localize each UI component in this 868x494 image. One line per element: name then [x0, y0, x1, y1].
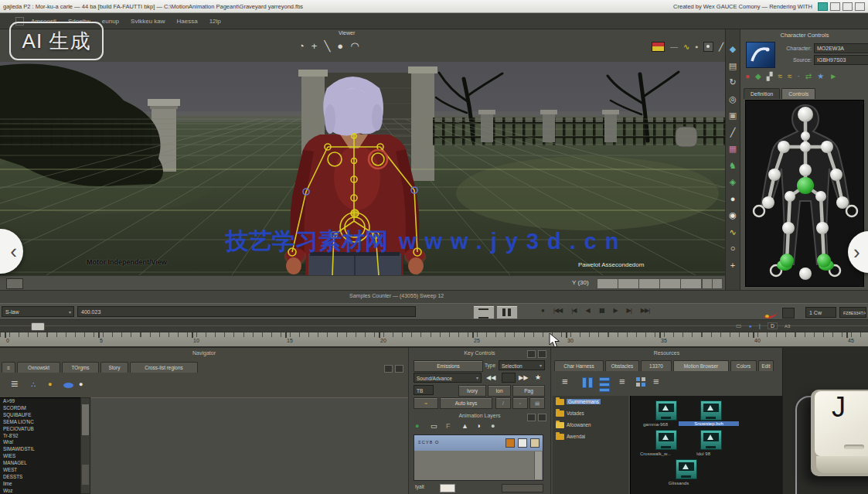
asset-label[interactable]: gamma-968: [635, 422, 676, 427]
record-icon[interactable]: ◎: [729, 95, 737, 104]
clip-field[interactable]: 400.023: [77, 306, 416, 317]
keys2-icon[interactable]: ≈: [788, 72, 792, 80]
frame-field[interactable]: 1 Cw: [805, 307, 836, 318]
blue-dot-icon[interactable]: ●: [749, 323, 752, 329]
navigator-tab-1[interactable]: TOrgms: [62, 362, 99, 373]
wave-icon[interactable]: ∿: [729, 228, 736, 237]
loop-icon[interactable]: [764, 309, 777, 319]
menu-item-4[interactable]: Haessa: [177, 18, 198, 25]
resources-tab-0[interactable]: Char Harness: [554, 360, 604, 371]
tree-item[interactable]: SEMA LIO'NC: [0, 419, 80, 426]
tan-layer-icon[interactable]: [530, 438, 540, 448]
key-count-box[interactable]: [502, 373, 516, 383]
tree-scrollbar[interactable]: [80, 397, 90, 494]
dot-icon[interactable]: ▪: [695, 43, 698, 51]
layers-window-icons[interactable]: [527, 414, 546, 421]
menu-item-2[interactable]: eunup: [102, 18, 119, 25]
yellow-dot-icon[interactable]: ●: [48, 380, 52, 388]
zigzag-key-button[interactable]: ≈: [414, 397, 438, 409]
animation-layer-list[interactable]: ≡CY8 O: [414, 434, 543, 481]
next-key-button[interactable]: ▶|: [627, 307, 631, 314]
green-dot-icon[interactable]: ●: [415, 422, 419, 430]
tree-item[interactable]: MANAGEL: [0, 460, 80, 467]
menu-item-5[interactable]: 12lp: [209, 18, 221, 25]
asset-thumbnail[interactable]: [700, 400, 722, 421]
pill-icon[interactable]: ▭: [431, 422, 437, 430]
layout-toggle-button[interactable]: [473, 305, 495, 319]
snap-icon[interactable]: [703, 42, 713, 52]
ion-button[interactable]: Ion: [488, 385, 511, 397]
circle-icon[interactable]: ○: [730, 244, 736, 253]
close-button[interactable]: [855, 2, 865, 11]
emissions-button[interactable]: Emissions: [414, 360, 483, 372]
type-select[interactable]: Selection ▾: [499, 360, 545, 370]
resources-tab-1[interactable]: Obstacles: [605, 360, 639, 371]
minimize-button[interactable]: [830, 2, 840, 11]
leaf-icon[interactable]: ◆: [755, 72, 761, 80]
material-swatch-icon[interactable]: [652, 42, 665, 52]
menu-item-3[interactable]: Svlkkeu kaw: [131, 18, 165, 25]
tree-item[interactable]: PECIOVATUB: [0, 426, 80, 433]
record-button[interactable]: ●: [541, 307, 544, 314]
maximize-button[interactable]: [842, 2, 853, 11]
horse-icon[interactable]: ♞: [729, 162, 737, 170]
d-button[interactable]: D: [768, 322, 778, 329]
asset-thumbnail[interactable]: [700, 430, 722, 450]
folder-row[interactable]: Gummermans: [553, 396, 628, 407]
mask-tool-icon[interactable]: ◔: [298, 40, 305, 52]
column-view-icon[interactable]: [582, 377, 593, 388]
draw-icon[interactable]: ╱: [719, 43, 723, 51]
viewport-3d[interactable]: Motor Independent/View Pawelot Asseconde…: [0, 62, 725, 275]
white-layer-icon[interactable]: [518, 438, 527, 448]
navigator-tab-0[interactable]: Oxnowskt: [17, 362, 60, 373]
target-icon[interactable]: ◉: [729, 211, 737, 220]
mode-box[interactable]: [782, 308, 795, 319]
layer-count-field[interactable]: [440, 484, 455, 492]
pose-icon[interactable]: ▞: [767, 72, 773, 80]
sphere-tool-icon[interactable]: ●: [337, 40, 343, 52]
tab-icon[interactable]: ≡: [2, 362, 15, 373]
status-segments[interactable]: [597, 278, 702, 289]
auto-keys-button[interactable]: Auto keys: [440, 397, 492, 409]
move-tool-icon[interactable]: +: [311, 40, 318, 52]
go-to-start-button[interactable]: |◀◀: [553, 307, 562, 314]
arc-tool-icon[interactable]: ◠: [350, 40, 359, 52]
gem-icon[interactable]: ◈: [730, 178, 736, 186]
next-key-icon[interactable]: ▶▶: [519, 374, 528, 381]
dual-view-button[interactable]: [496, 305, 518, 319]
pen-tool-icon[interactable]: ╲: [324, 40, 330, 52]
layer-scrollbar[interactable]: [534, 451, 542, 479]
navigator-window-icons[interactable]: [384, 365, 403, 373]
tree-item[interactable]: WEST: [0, 467, 80, 474]
asset-thumbnail[interactable]: [655, 400, 677, 421]
scene-tree[interactable]: A>99 SCORDIM SQUIBAUFE SEMA LIO'NC PECIO…: [0, 397, 81, 494]
step-back-button[interactable]: ◀: [585, 307, 589, 314]
swap-icon[interactable]: ⇄: [805, 72, 812, 80]
navigator-tab-2[interactable]: Story: [100, 362, 128, 373]
asset-thumbnail[interactable]: [676, 459, 697, 479]
star-icon[interactable]: ★: [817, 72, 824, 80]
blue-oval-icon[interactable]: [63, 383, 73, 388]
rotate-icon[interactable]: ↻: [729, 78, 736, 87]
dot2-icon[interactable]: ·: [797, 72, 799, 80]
selected-layer-row[interactable]: ≡CY8 O: [414, 435, 543, 451]
play-icon[interactable]: ►: [829, 72, 837, 80]
pag-button[interactable]: Pag: [512, 385, 545, 397]
record-dot-icon[interactable]: ●: [745, 72, 750, 80]
tree-item[interactable]: SCORDIM: [0, 405, 80, 412]
character-select[interactable]: MO2EW3A: [814, 43, 868, 53]
prev-key-icon[interactable]: ◀◀: [486, 374, 495, 381]
timeline-ruler[interactable]: 0 5 10 15 20 25 30 35 40 45: [0, 332, 868, 346]
list-icon[interactable]: ▤: [729, 62, 737, 70]
tree-item[interactable]: Woz: [0, 488, 80, 494]
tab-definition[interactable]: Definition: [744, 88, 780, 99]
filter-list-icon[interactable]: ≡: [562, 376, 568, 387]
asset-folder-tree[interactable]: Gummermans Votades Afoowanen Awendai: [553, 396, 628, 494]
box-button[interactable]: ▫: [512, 397, 528, 409]
grid-view-icon[interactable]: [636, 377, 646, 387]
orange-layer-icon[interactable]: [505, 438, 515, 448]
resources-tab-2[interactable]: 13370: [641, 360, 672, 371]
pause-button[interactable]: ▮▮: [599, 307, 604, 314]
tree-item[interactable]: lime: [0, 481, 80, 488]
white-dot-icon[interactable]: ●: [79, 380, 83, 388]
